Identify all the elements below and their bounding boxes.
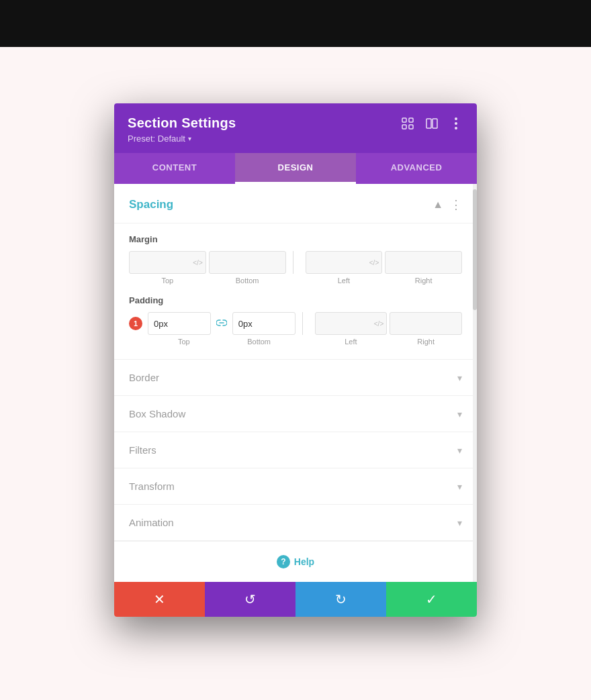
scrollbar-track[interactable] — [473, 184, 477, 582]
border-title: Border — [129, 372, 159, 383]
svg-rect-4 — [426, 119, 431, 128]
filters-chevron-icon: ▾ — [457, 445, 462, 456]
help-bar: ? Help — [114, 541, 477, 582]
tab-design[interactable]: Design — [235, 153, 356, 184]
padding-right-input[interactable] — [390, 312, 462, 335]
transform-title: Transform — [129, 481, 175, 492]
margin-tb-labels: Top Bottom — [129, 277, 286, 285]
padding-separator — [302, 312, 303, 335]
box-shadow-chevron-icon: ▾ — [457, 409, 462, 419]
help-label: Help — [294, 556, 314, 567]
padding-right-label: Right — [390, 338, 462, 346]
svg-rect-1 — [409, 118, 413, 122]
margin-top-bottom-group: </> — [129, 251, 286, 274]
margin-left-code-icon[interactable]: </> — [369, 259, 379, 266]
cancel-button[interactable]: ✕ — [114, 582, 205, 617]
tabs-bar: Content Design Advanced — [114, 153, 477, 184]
header-icons — [400, 116, 463, 131]
margin-top-field: </> — [129, 251, 206, 274]
margin-right-field — [385, 251, 462, 274]
margin-top-label: Top — [129, 277, 206, 285]
svg-rect-0 — [402, 118, 406, 122]
svg-point-7 — [455, 122, 457, 125]
panel-header: Section Settings — [114, 103, 477, 153]
help-icon: ? — [277, 555, 290, 568]
padding-link-icon[interactable] — [216, 317, 227, 330]
padding-bottom-input[interactable] — [232, 312, 296, 335]
transform-section[interactable]: Transform ▾ — [114, 468, 477, 505]
margin-separator — [293, 251, 293, 274]
svg-point-8 — [455, 127, 457, 130]
transform-chevron-icon: ▾ — [457, 481, 462, 492]
svg-rect-2 — [402, 125, 406, 129]
help-button[interactable]: ? Help — [277, 555, 314, 568]
scrollbar-thumb[interactable] — [473, 189, 477, 310]
panel-body: Spacing ▲ ⋮ Margin </> — [114, 184, 477, 582]
animation-chevron-icon: ▾ — [457, 517, 462, 528]
padding-tb-labels: Top Bottom — [148, 338, 296, 346]
panel-footer: ✕ ↺ ↻ ✓ — [114, 582, 477, 617]
spacing-options-icon[interactable]: ⋮ — [450, 197, 462, 212]
border-chevron-icon: ▾ — [457, 372, 462, 383]
margin-bottom-label: Bottom — [209, 277, 286, 285]
padding-left-right-group: </> — [315, 312, 463, 335]
padding-labels-row: Top Bottom Left Right — [129, 338, 462, 346]
focus-mode-icon[interactable] — [400, 116, 415, 131]
padding-top-label: Top — [148, 338, 220, 346]
margin-label: Margin — [129, 234, 462, 244]
margin-labels-row: Top Bottom Left Right — [129, 277, 462, 285]
undo-button[interactable]: ↺ — [205, 582, 296, 617]
section-header-controls: ▲ ⋮ — [433, 197, 462, 212]
redo-button[interactable]: ↻ — [296, 582, 386, 617]
padding-label-sep — [302, 338, 303, 346]
svg-point-6 — [455, 117, 457, 120]
padding-lr-labels: Left Right — [315, 338, 463, 346]
padding-bottom-label: Bottom — [223, 338, 296, 346]
padding-left-field: </> — [315, 312, 388, 335]
margin-right-label: Right — [385, 277, 462, 285]
save-button[interactable]: ✓ — [386, 582, 477, 617]
padding-input-row: 1 — [129, 312, 462, 335]
margin-top-code-icon[interactable]: </> — [193, 259, 202, 266]
margin-left-label: Left — [306, 277, 383, 285]
columns-icon[interactable] — [424, 116, 439, 131]
box-shadow-section[interactable]: Box Shadow ▾ — [114, 396, 477, 432]
margin-bottom-field — [209, 251, 286, 274]
section-settings-panel: Section Settings — [114, 103, 477, 617]
padding-label: Padding — [129, 295, 462, 305]
padding-right-field — [390, 312, 462, 335]
margin-left-field: </> — [306, 251, 383, 274]
border-section[interactable]: Border ▾ — [114, 360, 477, 396]
svg-rect-5 — [433, 119, 437, 128]
padding-left-code-icon[interactable]: </> — [374, 320, 383, 328]
filters-section[interactable]: Filters ▾ — [114, 432, 477, 468]
padding-badge: 1 — [129, 317, 142, 330]
label-separator — [293, 277, 293, 285]
margin-bottom-input[interactable] — [209, 251, 286, 274]
animation-section[interactable]: Animation ▾ — [114, 505, 477, 541]
padding-top-bottom-group — [148, 312, 296, 335]
padding-top-input[interactable] — [148, 312, 211, 335]
margin-lr-labels: Left Right — [306, 277, 463, 285]
panel-title: Section Settings — [128, 115, 236, 131]
spacing-section-header: Spacing ▲ ⋮ — [114, 184, 477, 223]
padding-left-label: Left — [315, 338, 388, 346]
svg-rect-3 — [409, 125, 413, 129]
spacing-title: Spacing — [129, 198, 173, 211]
animation-title: Animation — [129, 517, 174, 528]
margin-right-input[interactable] — [385, 251, 462, 274]
margin-left-right-group: </> — [306, 251, 463, 274]
margin-input-row: </> </> — [129, 251, 462, 274]
collapse-spacing-icon[interactable]: ▲ — [433, 199, 443, 211]
preset-arrow-icon: ▾ — [188, 135, 191, 142]
filters-title: Filters — [129, 444, 156, 456]
padding-bottom-field — [232, 312, 296, 335]
box-shadow-title: Box Shadow — [129, 408, 185, 419]
tab-advanced[interactable]: Advanced — [356, 153, 477, 184]
more-options-icon[interactable] — [449, 116, 463, 131]
preset-selector[interactable]: Preset: Default ▾ — [128, 134, 463, 144]
padding-top-field — [148, 312, 211, 335]
spacing-content: Margin </> </> — [114, 223, 477, 360]
tab-content[interactable]: Content — [114, 153, 235, 184]
